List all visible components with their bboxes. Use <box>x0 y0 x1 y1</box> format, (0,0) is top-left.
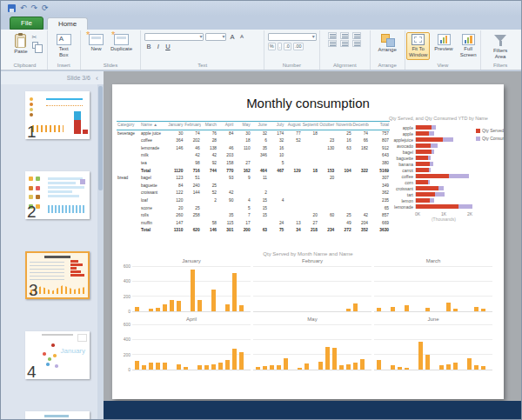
table-cell: 307 <box>369 175 390 183</box>
table-row: tea9892158275380 <box>117 160 390 168</box>
table-cell: 364 <box>167 137 184 145</box>
table-header-cell[interactable]: June <box>251 122 268 130</box>
bar <box>225 360 230 370</box>
category-label: baguette <box>389 156 415 161</box>
percent-format-button[interactable]: % <box>268 43 276 50</box>
table-cell: 75 <box>268 227 284 235</box>
table-cell: 92 <box>201 160 218 168</box>
bold-button[interactable]: B <box>144 43 152 50</box>
table-header-cell[interactable]: March <box>201 122 218 130</box>
table-header-cell[interactable]: November <box>335 122 351 130</box>
table-header-cell[interactable]: Total <box>369 122 390 130</box>
table-header-cell[interactable]: February <box>184 122 200 130</box>
refresh-icon[interactable]: ⟳ <box>42 4 49 12</box>
arrange-button[interactable]: Arrange <box>375 32 398 55</box>
italic-button[interactable]: I <box>154 43 162 50</box>
slide[interactable]: Monthly consumption CategoryName ▲Januar… <box>112 84 504 399</box>
align-middle-button[interactable] <box>340 40 349 47</box>
full-screen-button[interactable]: Full Screen <box>458 32 479 60</box>
scrollbar-thumb[interactable] <box>98 86 103 190</box>
increase-decimal-button[interactable]: .00 <box>293 43 304 50</box>
align-top-button[interactable] <box>328 40 337 47</box>
bar-segment <box>431 143 438 149</box>
table-cell <box>184 197 200 205</box>
font-name-combobox[interactable] <box>144 33 204 41</box>
slide-thumbnail-4[interactable]: January 4 <box>25 331 90 379</box>
bar-segment <box>429 131 435 137</box>
table-cell <box>318 152 335 160</box>
underline-button[interactable]: U <box>164 43 171 50</box>
table-cell: 235 <box>369 197 390 205</box>
copy-icon[interactable] <box>32 42 38 49</box>
align-right-button[interactable] <box>352 32 361 39</box>
align-center-button[interactable] <box>340 32 349 39</box>
monthly-table[interactable]: CategoryName ▲JanuaryFebruaryMarchAprilM… <box>117 121 390 235</box>
bar <box>339 365 344 370</box>
bar <box>467 358 472 370</box>
align-left-button[interactable] <box>328 32 337 39</box>
bar-segment <box>416 162 430 167</box>
font-size-combobox[interactable] <box>205 33 226 41</box>
table-cell: 9 <box>234 175 251 183</box>
table-row: croissant12214452422362 <box>117 190 390 197</box>
bar-segment <box>430 162 434 167</box>
table-cell: 27 <box>302 220 318 228</box>
bar <box>239 352 244 370</box>
monthly-small-multiples-chart[interactable]: Qty Served by Month Name and Name 600400… <box>117 251 499 375</box>
table-header-cell[interactable]: August <box>284 122 301 130</box>
bar <box>332 348 337 370</box>
table-header-cell[interactable]: July <box>268 122 284 130</box>
paste-button[interactable]: Paste <box>11 32 30 57</box>
text-box-button[interactable]: Text Box <box>54 32 74 60</box>
align-bottom-button[interactable] <box>352 40 361 47</box>
collapse-panel-icon[interactable]: ‹ <box>96 74 98 83</box>
fit-to-window-button[interactable]: Fit To Window <box>406 32 430 60</box>
thumbnail-scrollbar[interactable] <box>97 84 104 419</box>
slide-thumbnail-3-selected[interactable]: 3 <box>25 251 90 299</box>
y-axis-tick: 400 <box>124 279 130 283</box>
table-cell: 84 <box>167 183 184 190</box>
table-header-cell[interactable]: April <box>218 122 234 130</box>
table-header-cell[interactable]: October <box>318 122 335 130</box>
table-header-cell[interactable]: Category <box>117 122 140 130</box>
undo-icon[interactable]: ↶ <box>20 4 27 12</box>
tab-file[interactable]: File <box>10 17 44 30</box>
table-cell <box>201 205 218 213</box>
bar <box>453 363 458 370</box>
category-label: avocado <box>389 143 415 149</box>
decrease-decimal-button[interactable]: .0 <box>284 43 291 50</box>
bar <box>474 307 478 311</box>
table-cell: 93 <box>218 175 234 183</box>
qty-stacked-bar-chart[interactable]: Qty Served, and Qty Consumed YTD by Name… <box>389 116 504 222</box>
table-cell: 77 <box>284 130 301 137</box>
table-cell: 104 <box>335 168 351 176</box>
legend-label: Qty Served <box>482 128 504 133</box>
table-cell <box>117 205 140 213</box>
table-header-cell[interactable]: May <box>234 122 251 130</box>
save-icon[interactable] <box>8 4 16 12</box>
slide-thumbnail-1[interactable]: 1 <box>25 91 90 139</box>
table-header-cell[interactable]: Name ▲ <box>140 122 167 130</box>
comma-format-button[interactable]: , <box>278 43 283 50</box>
table-cell <box>218 205 234 213</box>
tab-home[interactable]: Home <box>47 17 88 30</box>
new-slide-button[interactable]: New <box>86 32 106 54</box>
table-cell: 35 <box>218 212 234 220</box>
grow-font-button[interactable]: A <box>228 33 236 41</box>
redo-icon[interactable]: ↷ <box>31 4 38 12</box>
duplicate-slide-button[interactable]: Duplicate <box>108 32 135 54</box>
table-header-cell[interactable]: September <box>302 122 318 130</box>
shrink-font-button[interactable]: A <box>238 34 245 40</box>
number-format-combobox[interactable] <box>268 33 317 41</box>
table-cell: 4 <box>268 197 284 205</box>
slide-thumbnail-5[interactable]: 5 <box>25 411 90 419</box>
cut-icon[interactable]: ✂ <box>32 34 38 40</box>
table-header-cell[interactable]: January <box>167 122 184 130</box>
table-cell: 158 <box>218 160 234 168</box>
preview-button[interactable]: Preview <box>432 32 455 54</box>
bar-segment <box>416 204 458 210</box>
filters-area-button[interactable]: Filters Area <box>491 32 511 62</box>
slide-thumbnail-2[interactable]: 2 <box>25 171 90 219</box>
table-cell: 912 <box>369 145 390 153</box>
table-header-cell[interactable]: December <box>352 122 369 130</box>
